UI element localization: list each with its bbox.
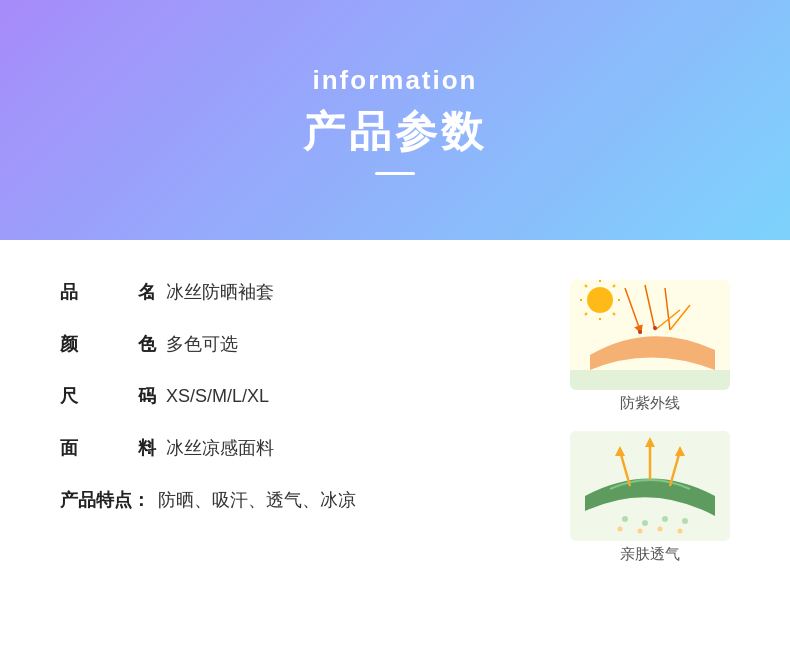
content-section: 品 名 ： 冰丝防晒袖套 颜 色 ： 多色可选 尺 码 ： XS/S/M/L/X…	[0, 240, 790, 606]
param-label-2: 尺 码	[60, 384, 140, 408]
param-colon-3: ：	[140, 436, 158, 460]
svg-point-25	[622, 516, 628, 522]
svg-point-28	[682, 518, 688, 524]
param-colon-0: ：	[140, 280, 158, 304]
param-colon-2: ：	[140, 384, 158, 408]
param-row-3: 面 料 ： 冰丝凉感面料	[60, 436, 540, 460]
header-en-title: information	[313, 65, 478, 96]
svg-point-15	[638, 330, 642, 334]
svg-rect-17	[570, 370, 730, 390]
param-colon-1: ：	[140, 332, 158, 356]
param-row-0: 品 名 ： 冰丝防晒袖套	[60, 280, 540, 304]
breathable-image-group: 亲肤透气	[570, 431, 730, 576]
param-label-1: 颜 色	[60, 332, 140, 356]
uv-illustration	[570, 280, 730, 390]
param-label-0: 品 名	[60, 280, 140, 304]
svg-point-26	[642, 520, 648, 526]
feature-label-0: 防紫外线	[620, 394, 680, 413]
svg-line-9	[585, 313, 587, 315]
feature-images-column: 防紫外线	[570, 280, 730, 576]
breathable-illustration	[570, 431, 730, 541]
svg-point-30	[638, 529, 643, 534]
uv-image-group: 防紫外线	[570, 280, 730, 425]
header-banner: information 产品参数	[0, 0, 790, 240]
params-list: 品 名 ： 冰丝防晒袖套 颜 色 ： 多色可选 尺 码 ： XS/S/M/L/X…	[60, 280, 540, 512]
svg-line-7	[613, 313, 615, 315]
svg-line-8	[613, 285, 615, 287]
svg-point-27	[662, 516, 668, 522]
param-value-3: 冰丝凉感面料	[166, 436, 274, 460]
param-row-4: 产品特点 ： 防晒、吸汗、透气、冰凉	[60, 488, 540, 512]
header-zh-title: 产品参数	[303, 104, 487, 160]
feature-label-1: 亲肤透气	[620, 545, 680, 564]
svg-point-31	[658, 527, 663, 532]
svg-line-6	[585, 285, 587, 287]
param-label-3: 面 料	[60, 436, 140, 460]
svg-point-29	[618, 527, 623, 532]
param-value-2: XS/S/M/L/XL	[166, 386, 269, 407]
param-label-4: 产品特点	[60, 488, 132, 512]
param-value-0: 冰丝防晒袖套	[166, 280, 274, 304]
param-value-4: 防晒、吸汗、透气、冰凉	[158, 488, 356, 512]
svg-point-16	[653, 326, 657, 330]
param-row-1: 颜 色 ： 多色可选	[60, 332, 540, 356]
param-row-2: 尺 码 ： XS/S/M/L/XL	[60, 384, 540, 408]
header-underline	[375, 172, 415, 175]
param-colon-4: ：	[132, 488, 150, 512]
svg-point-1	[587, 287, 613, 313]
param-value-1: 多色可选	[166, 332, 238, 356]
svg-point-32	[678, 529, 683, 534]
